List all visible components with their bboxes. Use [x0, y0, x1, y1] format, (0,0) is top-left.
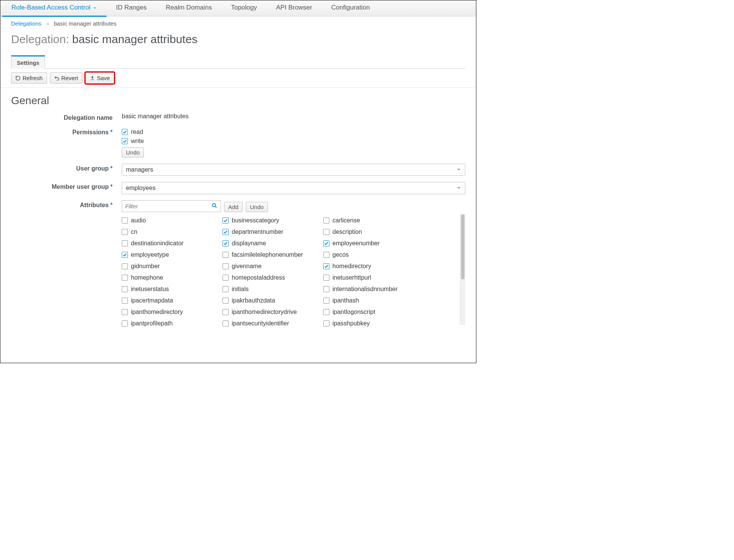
attribute-checkbox-ipantlogonscript[interactable] — [323, 309, 329, 315]
attribute-item: employeetype — [122, 250, 221, 259]
scrollbar-thumb[interactable] — [461, 214, 465, 279]
attribute-checkbox-ipanthomedirectory[interactable] — [122, 309, 128, 315]
attribute-label: homedirectory — [332, 263, 371, 270]
attribute-checkbox-gecos[interactable] — [323, 252, 329, 258]
attribute-item: inetuserhttpurl — [323, 273, 423, 282]
attribute-checkbox-ipantprofilepath[interactable] — [122, 320, 128, 327]
upload-icon — [90, 76, 95, 81]
toolbar: Refresh Revert Save — [0, 69, 476, 88]
attribute-label: inetuserhttpurl — [332, 274, 371, 281]
section-heading-general: General — [0, 88, 476, 110]
attribute-label: ipantprofilepath — [131, 320, 173, 327]
attribute-checkbox-destinationindicator[interactable] — [122, 240, 128, 246]
page-title: Delegation: basic manager attributes — [0, 27, 476, 55]
attribute-checkbox-ipacertmapdata[interactable] — [122, 298, 128, 304]
attribute-checkbox-gidnumber[interactable] — [122, 263, 128, 269]
tab-row: Settings — [11, 55, 465, 69]
svg-point-0 — [213, 203, 216, 206]
scrollbar[interactable] — [460, 214, 465, 325]
topnav-item-3[interactable]: Topology — [221, 0, 266, 16]
attribute-checkbox-employeenumber[interactable] — [323, 240, 329, 246]
attribute-item: employeenumber — [323, 239, 423, 248]
topnav-item-4[interactable]: API Browser — [266, 0, 321, 16]
attribute-undo-button[interactable]: Undo — [246, 202, 268, 212]
attribute-checkbox-departmentnumber[interactable] — [223, 229, 229, 235]
attribute-label: ipanthomedirectory — [131, 309, 183, 315]
attribute-item: internationalisdnnumber — [323, 285, 423, 294]
attribute-label: businesscategory — [232, 217, 279, 224]
attribute-checkbox-ipakrbauthzdata[interactable] — [223, 298, 229, 304]
attribute-checkbox-facsimiletelephonenumber[interactable] — [223, 252, 229, 258]
attribute-checkbox-ipanthash[interactable] — [323, 298, 329, 304]
required-star: * — [110, 202, 113, 208]
label-member-user-group: Member user group* — [11, 182, 122, 190]
undo-icon — [54, 76, 60, 81]
refresh-label: Refresh — [23, 75, 43, 81]
attribute-item: description — [323, 227, 423, 237]
permissions-undo-button[interactable]: Undo — [122, 147, 144, 158]
attribute-label: ipacertmapdata — [131, 297, 173, 304]
attribute-filter-input[interactable] — [122, 201, 208, 212]
attribute-checkbox-homedirectory[interactable] — [323, 263, 329, 269]
chevron-down-icon — [457, 185, 461, 191]
attribute-checkbox-initials[interactable] — [223, 286, 229, 292]
attribute-label: ipanthash — [332, 297, 359, 304]
chevron-down-icon — [93, 6, 97, 10]
attribute-label: carlicense — [332, 217, 360, 224]
topnav-item-1[interactable]: ID Ranges — [106, 0, 156, 16]
permissions-group: read write Undo — [122, 127, 465, 158]
page-title-prefix: Delegation: — [11, 33, 72, 45]
attribute-label: displayname — [232, 240, 266, 247]
attribute-label: departmentnumber — [232, 229, 283, 235]
attribute-label: internationalisdnnumber — [332, 286, 398, 293]
attribute-label: audio — [131, 217, 146, 224]
breadcrumb-root[interactable]: Delegations — [11, 20, 41, 27]
attribute-checkbox-homephone[interactable] — [122, 275, 128, 281]
attribute-checkbox-employeetype[interactable] — [122, 252, 128, 258]
page-title-value: basic manager attributes — [72, 33, 198, 45]
attribute-checkbox-givenname[interactable] — [223, 263, 229, 269]
checkbox-read[interactable] — [122, 129, 128, 135]
attribute-checkbox-carlicense[interactable] — [323, 217, 329, 224]
attribute-checkbox-ipanthomedirectorydrive[interactable] — [223, 309, 229, 315]
attribute-checkbox-internationalisdnnumber[interactable] — [323, 286, 329, 292]
attribute-checkbox-description[interactable] — [323, 229, 329, 235]
topnav-item-2[interactable]: Realm Domains — [156, 0, 221, 16]
save-button[interactable]: Save — [85, 72, 114, 84]
attribute-checkbox-audio[interactable] — [122, 217, 128, 224]
attribute-item: gecos — [323, 250, 423, 259]
refresh-button[interactable]: Refresh — [11, 72, 47, 84]
user-group-selected: managers — [126, 166, 153, 173]
attribute-label: ipantsecurityidentifier — [232, 320, 289, 327]
attribute-checkbox-inetuserhttpurl[interactable] — [323, 275, 329, 281]
checkbox-write[interactable] — [122, 138, 128, 144]
topnav-item-5[interactable]: Configuration — [322, 0, 379, 16]
label-read: read — [131, 129, 143, 135]
topnav-item-0[interactable]: Role-Based Access Control — [2, 0, 106, 16]
attribute-checkbox-businesscategory[interactable] — [223, 217, 229, 224]
attribute-checkbox-ipasshpubkey[interactable] — [323, 320, 329, 327]
member-user-group-select[interactable]: employees — [122, 182, 465, 194]
label-user-group: User group* — [11, 164, 122, 172]
attribute-item: homephone — [122, 273, 221, 282]
attribute-filter-wrap — [122, 200, 221, 212]
refresh-icon — [15, 76, 21, 81]
attribute-item: audio — [122, 216, 221, 225]
attribute-item: ipantprofilepath — [122, 319, 221, 328]
attribute-label: homephone — [131, 274, 163, 281]
revert-button[interactable]: Revert — [50, 72, 82, 84]
user-group-select[interactable]: managers — [122, 164, 465, 176]
tab-settings[interactable]: Settings — [11, 55, 45, 69]
label-permissions: Permissions* — [11, 127, 122, 136]
attribute-item: homepostaladdress — [223, 273, 322, 282]
attribute-item: ipakrbauthzdata — [223, 296, 322, 305]
attribute-checkbox-displayname[interactable] — [223, 240, 229, 246]
attribute-label: facsimiletelephonenumber — [232, 251, 303, 258]
search-icon[interactable] — [208, 203, 221, 210]
attribute-checkbox-homepostaladdress[interactable] — [223, 275, 229, 281]
attribute-label: destinationindicator — [131, 240, 184, 247]
attribute-checkbox-inetuserstatus[interactable] — [122, 286, 128, 292]
attribute-checkbox-cn[interactable] — [122, 229, 128, 235]
attribute-add-button[interactable]: Add — [224, 202, 243, 212]
attribute-checkbox-ipantsecurityidentifier[interactable] — [223, 320, 229, 327]
